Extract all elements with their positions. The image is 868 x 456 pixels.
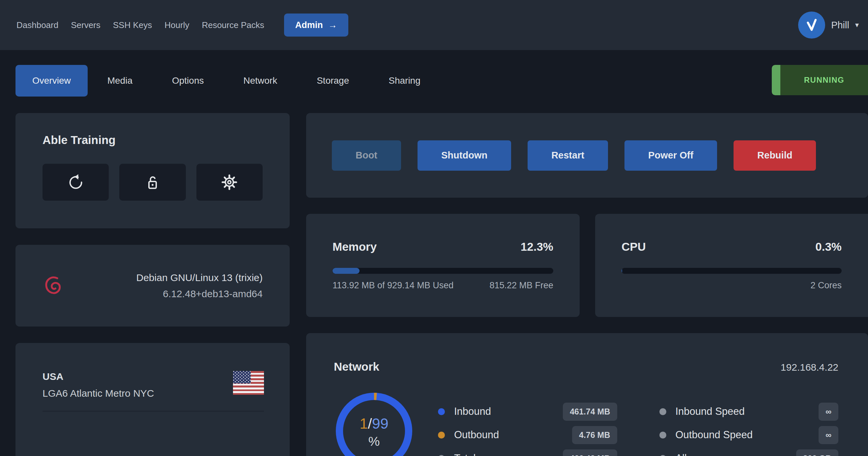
- donut-center-label: 1/99 %: [336, 392, 412, 456]
- os-kernel: 6.12.48+deb13-amd64: [136, 288, 262, 299]
- memory-progress-fill: [333, 268, 360, 274]
- total-dot-icon: [438, 455, 445, 456]
- admin-button[interactable]: Admin →: [284, 13, 348, 37]
- debian-logo-icon: [42, 273, 66, 298]
- tab-media[interactable]: Media: [88, 65, 152, 97]
- status-label: RUNNING: [780, 75, 868, 85]
- location-datacenter: LGA6 Atlantic Metro NYC: [42, 388, 154, 399]
- admin-button-label: Admin: [295, 20, 323, 30]
- location-card: USA LGA6 Atlantic Metro NYC: [16, 343, 290, 456]
- server-card: Able Training: [16, 113, 290, 228]
- status-badge-running: RUNNING: [772, 65, 868, 95]
- nav-item-ssh-keys[interactable]: SSH Keys: [113, 20, 152, 30]
- cpu-progress-fill: [621, 268, 622, 274]
- network-legend: Inbound 461.74 MB Outbound 4.76 MB Total…: [438, 403, 838, 456]
- user-name: Phill: [831, 20, 849, 31]
- donut-inbound-pct: 99: [372, 415, 389, 432]
- inbound-speed-dot-icon: [659, 408, 666, 415]
- restart-button[interactable]: Restart: [528, 140, 608, 171]
- memory-title: Memory: [333, 240, 377, 253]
- memory-card: Memory 12.3% 113.92 MB of 929.14 MB Used…: [306, 214, 580, 317]
- legend-row-outbound: Outbound 4.76 MB: [438, 427, 617, 443]
- tab-options[interactable]: Options: [152, 65, 224, 97]
- legend-row-total: Total 466.49 MB: [438, 450, 617, 456]
- network-card: Network 192.168.4.22 1/99 %: [306, 333, 868, 456]
- network-ip: 192.168.4.22: [781, 362, 838, 373]
- inbound-value-badge: 461.74 MB: [563, 403, 617, 421]
- memory-progress-bar: [333, 268, 553, 274]
- donut-unit: %: [368, 434, 380, 449]
- outbound-dot-icon: [438, 432, 445, 438]
- nav-item-hourly[interactable]: Hourly: [164, 20, 189, 30]
- brand-v-icon: [803, 17, 820, 34]
- allowance-dot-icon: [659, 455, 666, 456]
- memory-free-text: 815.22 MB Free: [489, 281, 553, 291]
- network-donut-chart: 1/99 %: [336, 392, 412, 456]
- tab-bar: Overview Media Options Network Storage S…: [0, 65, 868, 97]
- legend-row-inbound-speed: Inbound Speed ∞: [659, 403, 839, 419]
- gear-icon-button[interactable]: [196, 164, 262, 201]
- avatar[interactable]: [798, 11, 825, 38]
- legend-row-inbound: Inbound 461.74 MB: [438, 403, 617, 419]
- tab-sharing[interactable]: Sharing: [369, 65, 440, 97]
- power-actions-card: Boot Shutdown Restart Power Off Rebuild: [306, 113, 868, 198]
- os-name: Debian GNU/Linux 13 (trixie): [136, 272, 262, 283]
- rebuild-button[interactable]: Rebuild: [734, 140, 816, 171]
- cpu-card: CPU 0.3% 2 Cores: [595, 214, 868, 317]
- donut-outbound-pct: 1: [360, 415, 368, 432]
- os-card: Debian GNU/Linux 13 (trixie) 6.12.48+deb…: [16, 245, 290, 327]
- divider: [42, 411, 264, 412]
- outbound-value-badge: 4.76 MB: [572, 426, 617, 444]
- gear-icon: [220, 173, 239, 192]
- network-title: Network: [334, 360, 379, 373]
- server-name: Able Training: [42, 133, 262, 146]
- status-stripe: [772, 65, 780, 95]
- chevron-down-icon: ▾: [855, 21, 859, 29]
- cpu-title: CPU: [621, 240, 646, 253]
- inbound-speed-badge infinity-icon: ∞: [818, 403, 838, 421]
- restart-icon: [66, 173, 85, 192]
- main-content: Able Training: [0, 113, 868, 456]
- restart-icon-button[interactable]: [42, 164, 109, 201]
- power-off-button[interactable]: Power Off: [624, 140, 717, 171]
- outbound-speed-badge infinity-icon: ∞: [818, 426, 838, 444]
- location-country: USA: [42, 371, 154, 382]
- legend-row-outbound-speed: Outbound Speed ∞: [659, 427, 839, 443]
- user-menu[interactable]: Phill ▾: [798, 11, 859, 38]
- nav-item-resource-packs[interactable]: Resource Packs: [202, 20, 264, 30]
- cpu-percent: 0.3%: [815, 240, 842, 253]
- nav-item-dashboard[interactable]: Dashboard: [17, 20, 58, 30]
- cpu-cores-text: 2 Cores: [810, 281, 842, 291]
- outbound-speed-dot-icon: [659, 432, 666, 438]
- cpu-progress-bar: [621, 268, 842, 274]
- tab-overview[interactable]: Overview: [16, 65, 88, 97]
- allowance-badge: 200 GB: [796, 449, 838, 456]
- right-column: Boot Shutdown Restart Power Off Rebuild …: [306, 113, 868, 456]
- tab-storage[interactable]: Storage: [297, 65, 369, 97]
- right-arrow-icon: →: [328, 20, 337, 30]
- legend-row-allowance: Allowance 200 GB: [659, 450, 839, 456]
- nav-item-servers[interactable]: Servers: [71, 20, 100, 30]
- boot-button[interactable]: Boot: [332, 140, 401, 171]
- left-column: Able Training: [16, 113, 290, 456]
- total-value-badge: 466.49 MB: [563, 449, 617, 456]
- shutdown-button[interactable]: Shutdown: [417, 140, 511, 171]
- inbound-dot-icon: [438, 408, 445, 415]
- usa-flag-icon: [233, 371, 264, 395]
- memory-used-text: 113.92 MB of 929.14 MB Used: [333, 281, 454, 291]
- tab-network[interactable]: Network: [223, 65, 297, 97]
- memory-percent: 12.3%: [521, 240, 553, 253]
- unlock-icon-button[interactable]: [119, 164, 186, 201]
- top-nav: Dashboard Servers SSH Keys Hourly Resour…: [0, 0, 868, 50]
- unlock-icon: [143, 173, 162, 192]
